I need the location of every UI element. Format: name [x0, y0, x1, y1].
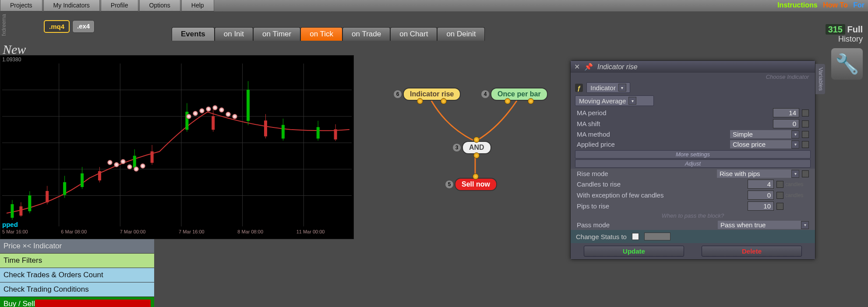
rise-mode-value: Rise with pips	[720, 170, 760, 177]
node-once-per-bar[interactable]: 4 Once per bar	[490, 88, 548, 101]
chevron-down-icon[interactable]: ▾	[791, 141, 799, 148]
panel-title: Indicator rise	[597, 63, 638, 71]
chevron-down-icon[interactable]: ▾	[791, 131, 799, 138]
category-price-indicator[interactable]: Price ×< Indicator	[0, 239, 154, 254]
chart-x-tick: 5 Mar 16:00	[0, 229, 59, 239]
param-ma-shift-label: MA shift	[577, 120, 773, 127]
param-applied-price-check[interactable]	[802, 141, 809, 148]
node-label: Indicator rise	[410, 90, 454, 98]
category-buy-sell[interactable]: Buy / Sell	[0, 297, 154, 307]
chart-x-tick: 8 Mar 08:00	[236, 229, 294, 239]
candles-to-rise-check[interactable]	[776, 181, 783, 188]
node-number: 3	[452, 143, 461, 152]
chart-status-text: pped	[2, 221, 18, 228]
top-links: Instructions How To For	[774, 1, 864, 9]
panel-header[interactable]: ✕ 📌 Indicator rise	[571, 61, 815, 73]
menu-options[interactable]: Options	[139, 0, 180, 11]
node-indicator-rise[interactable]: 6 Indicator rise	[403, 88, 461, 101]
settings-icon[interactable]: 🔧	[831, 48, 863, 80]
param-ma-method-check[interactable]	[802, 131, 809, 138]
close-icon[interactable]: ✕	[574, 63, 580, 71]
category-buy-sell-label: Buy / Sell	[4, 300, 35, 307]
param-applied-price-dropdown[interactable]: Close price	[730, 140, 791, 148]
exception-value[interactable]: 0	[748, 191, 774, 200]
tab-events[interactable]: Events	[172, 27, 215, 41]
candles-to-rise-value[interactable]: 4	[748, 180, 774, 189]
node-sell-now[interactable]: 5 Sell now	[455, 178, 497, 191]
param-ma-shift-check[interactable]	[802, 120, 809, 127]
param-ma-period-label: MA period	[577, 109, 773, 116]
param-applied-price-label: Applied price	[577, 141, 730, 148]
node-and[interactable]: 3 AND	[462, 141, 491, 154]
node-label: AND	[469, 144, 484, 152]
change-status-row: Change Status to	[571, 230, 815, 243]
chart-x-tick: 11 Mar 00:00	[295, 229, 353, 239]
rise-mode-check[interactable]	[802, 170, 809, 177]
param-applied-price-value: Close price	[733, 141, 766, 148]
pin-icon[interactable]: 📌	[584, 63, 593, 71]
menu-help[interactable]: Help	[181, 0, 214, 11]
indicator-type-label: Indicator	[590, 84, 616, 92]
link-howto[interactable]: How To	[823, 1, 848, 9]
indicator-name-value: Moving Average	[579, 97, 626, 105]
function-icon: ƒ	[575, 84, 583, 92]
tab-on-timer[interactable]: on Timer	[253, 27, 300, 41]
pips-to-rise-check[interactable]	[776, 203, 783, 210]
rise-mode-label: Rise mode	[577, 170, 717, 177]
exception-label: With exception of few candles	[577, 191, 748, 199]
link-instructions[interactable]: Instructions	[777, 1, 818, 9]
main-menu: Projects My Indicators Profile Options H…	[0, 0, 868, 11]
chart-candles	[2, 64, 352, 226]
param-ma-method-dropdown[interactable]: Simple	[730, 130, 791, 138]
rise-mode-dropdown[interactable]: Rise with pips	[717, 169, 791, 178]
exception-check[interactable]	[776, 192, 783, 199]
node-label: Once per bar	[498, 90, 541, 98]
chart-y-tick: 1.09380	[2, 56, 21, 63]
menu-profile[interactable]: Profile	[101, 0, 138, 11]
properties-panel[interactable]: ✕ 📌 Indicator rise Choose Indicator ƒ In…	[570, 60, 815, 260]
menu-my-indicators[interactable]: My Indicators	[43, 0, 100, 11]
chevron-down-icon: ▾	[628, 97, 636, 105]
price-chart[interactable]: 1.09380	[0, 55, 354, 239]
chevron-down-icon: ▾	[618, 84, 626, 92]
export-ex4-button[interactable]: .ex4	[72, 20, 95, 33]
change-status-value[interactable]	[644, 233, 670, 240]
update-button[interactable]: Update	[584, 246, 684, 257]
category-trades-orders[interactable]: Check Trades & Orders Count	[0, 268, 154, 282]
export-mq4-button[interactable]: .mq4	[44, 20, 70, 33]
chevron-down-icon[interactable]: ▾	[791, 170, 799, 178]
category-time-filters[interactable]: Time Filters	[0, 254, 154, 268]
variables-tab[interactable]: Variables	[815, 64, 825, 94]
delete-button[interactable]: Delete	[702, 246, 802, 257]
indicator-name-dropdown[interactable]: Moving Average ▾	[575, 95, 654, 106]
tab-on-trade[interactable]: on Trade	[342, 27, 390, 41]
mode-full[interactable]: Full	[847, 25, 863, 34]
candles-unit: candles	[785, 181, 809, 187]
section-choose-indicator: Choose Indicator	[571, 73, 815, 81]
tab-on-deinit[interactable]: on Deinit	[437, 27, 485, 41]
change-status-checkbox[interactable]	[632, 233, 639, 240]
link-history[interactable]: History	[838, 35, 863, 43]
tab-on-chart[interactable]: on Chart	[390, 27, 437, 41]
more-settings-button[interactable]: More settings	[575, 150, 811, 159]
tab-on-init[interactable]: on Init	[215, 27, 253, 41]
category-trading-conditions[interactable]: Check Trading Conditions	[0, 282, 154, 297]
candles-to-rise-label: Candles to rise	[577, 180, 748, 188]
menu-projects[interactable]: Projects	[0, 0, 42, 11]
pips-to-rise-value[interactable]: 10	[748, 201, 774, 211]
param-ma-period-check[interactable]	[802, 109, 809, 116]
chart-x-tick: 6 Mar 08:00	[59, 229, 118, 239]
when-pass-label: When to pass the block?	[571, 212, 815, 220]
param-ma-period-value[interactable]: 14	[773, 108, 799, 117]
pass-mode-dropdown[interactable]: Pass when true	[718, 221, 801, 229]
chart-x-axis: 5 Mar 16:00 6 Mar 08:00 7 Mar 00:00 7 Ma…	[0, 229, 353, 239]
adjust-button[interactable]: Adjust	[575, 159, 811, 168]
param-ma-shift-value[interactable]: 0	[773, 119, 799, 128]
tab-on-tick[interactable]: on Tick	[300, 27, 342, 41]
new-label: New	[3, 42, 26, 57]
link-for[interactable]: For	[853, 1, 864, 9]
chevron-down-icon[interactable]: ▾	[801, 221, 809, 229]
indicator-type-dropdown[interactable]: Indicator ▾	[586, 82, 630, 93]
pass-mode-value: Pass when true	[720, 221, 766, 229]
pips-to-rise-label: Pips to rise	[577, 202, 748, 210]
